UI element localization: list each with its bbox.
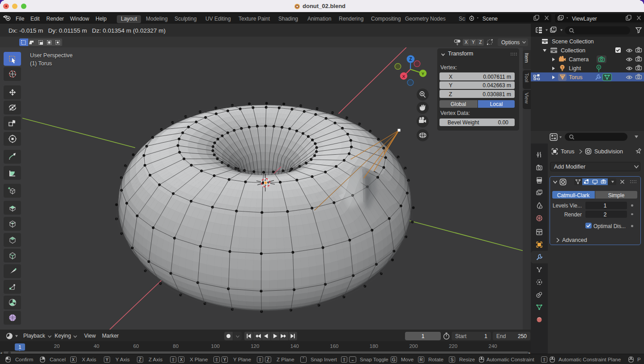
svg-text:Y: Y	[422, 71, 425, 76]
svg-text:Z: Z	[409, 57, 412, 62]
svg-text:X: X	[402, 74, 405, 79]
